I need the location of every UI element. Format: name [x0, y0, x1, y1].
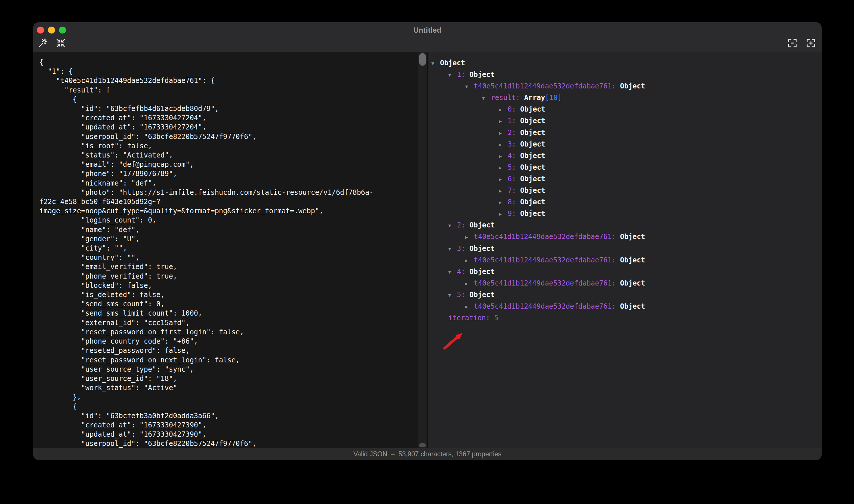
collapse-all-button[interactable]: [786, 37, 799, 50]
tree-row[interactable]: ▼4: Object: [428, 266, 822, 277]
tree-key: iteration:: [448, 314, 494, 322]
tree-row[interactable]: ▶5: Object: [428, 162, 822, 173]
tree-key: t40e5c41d1b12449dae532defdabae761:: [474, 256, 620, 264]
json-text-panel[interactable]: { "1": { "t40e5c41d1b12449dae532defdabae…: [33, 52, 418, 448]
expand-all-frame-plus-icon: [806, 38, 816, 48]
tree-row[interactable]: ▶9: Object: [428, 208, 822, 219]
window-title: Untitled: [413, 26, 442, 34]
tree-key: 4:: [457, 268, 469, 276]
triangle-right-icon[interactable]: ▶: [499, 185, 508, 197]
tree-row[interactable]: ▼result: Array[10]: [428, 92, 822, 104]
tree-row[interactable]: ▶6: Object: [428, 173, 822, 185]
tree-value: Object: [620, 233, 645, 241]
scrollbar-thumb[interactable]: [419, 53, 426, 66]
triangle-right-icon[interactable]: ▶: [499, 150, 508, 162]
tree-row[interactable]: ▶1: Object: [428, 115, 822, 127]
tree-key: 2:: [457, 221, 469, 229]
tree-row[interactable]: ▶t40e5c41d1b12449dae532defdabae761: Obje…: [428, 301, 822, 312]
json-tree[interactable]: ▼Object▼1: Object▼t40e5c41d1b12449dae532…: [428, 52, 822, 448]
tree-key: t40e5c41d1b12449dae532defdabae761:: [474, 82, 620, 90]
tree-value: Object: [520, 210, 545, 218]
triangle-right-icon[interactable]: ▶: [465, 278, 474, 290]
format-wand-icon: [38, 38, 48, 48]
tree-row[interactable]: ▶3: Object: [428, 139, 822, 150]
app-window: Untitled: [33, 22, 822, 460]
tree-row[interactable]: ▼Object: [428, 57, 822, 69]
tree-row[interactable]: ▶t40e5c41d1b12449dae532defdabae761: Obje…: [428, 231, 822, 242]
status-text: Valid JSON – 53,907 characters, 1367 pro…: [353, 450, 501, 458]
triangle-right-icon[interactable]: ▶: [499, 174, 508, 185]
tree-row[interactable]: iteration: 5: [428, 312, 822, 324]
tree-value: Array: [524, 94, 545, 102]
tree-row[interactable]: ▶8: Object: [428, 196, 822, 208]
compress-button[interactable]: [54, 37, 67, 50]
expand-all-button[interactable]: [804, 37, 817, 50]
triangle-right-icon[interactable]: ▶: [499, 139, 508, 150]
triangle-down-icon[interactable]: ▼: [448, 69, 457, 81]
tree-row[interactable]: ▼3: Object: [428, 243, 822, 254]
tree-key: t40e5c41d1b12449dae532defdabae761:: [474, 302, 620, 310]
tree-value: Object: [620, 82, 645, 90]
tree-value: Object: [620, 256, 645, 264]
tree-row[interactable]: ▶4: Object: [428, 150, 822, 162]
tree-value: Object: [520, 163, 545, 172]
status-bar: Valid JSON – 53,907 characters, 1367 pro…: [33, 448, 822, 460]
triangle-right-icon[interactable]: ▶: [465, 301, 474, 313]
tree-row[interactable]: ▼2: Object: [428, 219, 822, 231]
tree-value: Object: [469, 291, 495, 299]
tree-row[interactable]: ▶t40e5c41d1b12449dae532defdabae761: Obje…: [428, 254, 822, 266]
content-area: { "1": { "t40e5c41d1b12449dae532defdabae…: [33, 52, 822, 448]
compress-icon: [56, 38, 66, 48]
triangle-right-icon[interactable]: ▶: [465, 255, 474, 267]
tree-key: 1:: [457, 71, 469, 78]
tree-row[interactable]: ▼t40e5c41d1b12449dae532defdabae761: Obje…: [428, 80, 822, 92]
tree-value: Object: [469, 221, 495, 229]
tree-row[interactable]: ▶7: Object: [428, 185, 822, 196]
tree-value: 5: [494, 314, 498, 322]
triangle-down-icon[interactable]: ▼: [448, 290, 457, 301]
tree-key: 8:: [508, 198, 520, 206]
triangle-right-icon[interactable]: ▶: [499, 197, 508, 209]
json-source[interactable]: { "1": { "t40e5c41d1b12449dae532defdabae…: [33, 52, 418, 448]
triangle-down-icon[interactable]: ▼: [431, 58, 440, 69]
format-wand-button[interactable]: [36, 37, 49, 50]
triangle-right-icon[interactable]: ▶: [499, 104, 508, 115]
tree-value: Object: [520, 140, 545, 148]
tree-value: Object: [520, 117, 545, 125]
triangle-right-icon[interactable]: ▶: [499, 115, 508, 127]
tree-key: 0:: [508, 105, 520, 113]
tree-value: Object: [440, 59, 465, 67]
tree-row[interactable]: ▶2: Object: [428, 127, 822, 139]
tree-value: Object: [469, 245, 495, 253]
title-bar: Untitled: [33, 22, 822, 52]
triangle-down-icon[interactable]: ▼: [448, 243, 457, 255]
tree-value: Object: [520, 198, 545, 206]
triangle-down-icon[interactable]: ▼: [448, 220, 457, 232]
editor-scrollbar[interactable]: [418, 52, 427, 448]
tree-value: Object: [520, 152, 545, 160]
tree-value: Object: [620, 302, 645, 310]
tree-value: Object: [520, 175, 545, 183]
triangle-down-icon[interactable]: ▼: [465, 81, 474, 92]
tree-key: 3:: [508, 140, 520, 148]
tree-value: Object: [520, 186, 545, 195]
tree-key: t40e5c41d1b12449dae532defdabae761:: [474, 233, 620, 241]
tree-row[interactable]: ▼5: Object: [428, 289, 822, 301]
tree-key: 5:: [508, 163, 520, 172]
tree-row[interactable]: ▼1: Object: [428, 69, 822, 80]
tree-key: t40e5c41d1b12449dae532defdabae761:: [474, 279, 620, 287]
tree-array-count: [10]: [545, 94, 562, 102]
collapse-all-frame-minus-icon: [787, 38, 798, 48]
triangle-down-icon[interactable]: ▼: [448, 267, 457, 278]
triangle-right-icon[interactable]: ▶: [499, 209, 508, 220]
tree-row[interactable]: ▶t40e5c41d1b12449dae532defdabae761: Obje…: [428, 277, 822, 289]
tree-key: 6:: [508, 175, 520, 183]
triangle-down-icon[interactable]: ▼: [482, 92, 491, 104]
triangle-right-icon[interactable]: ▶: [499, 127, 508, 139]
triangle-right-icon[interactable]: ▶: [499, 162, 508, 174]
tree-key: 9:: [508, 210, 520, 218]
tree-value: Object: [469, 71, 495, 78]
tree-value: Object: [620, 279, 645, 287]
triangle-right-icon[interactable]: ▶: [465, 232, 474, 243]
tree-row[interactable]: ▶0: Object: [428, 104, 822, 115]
